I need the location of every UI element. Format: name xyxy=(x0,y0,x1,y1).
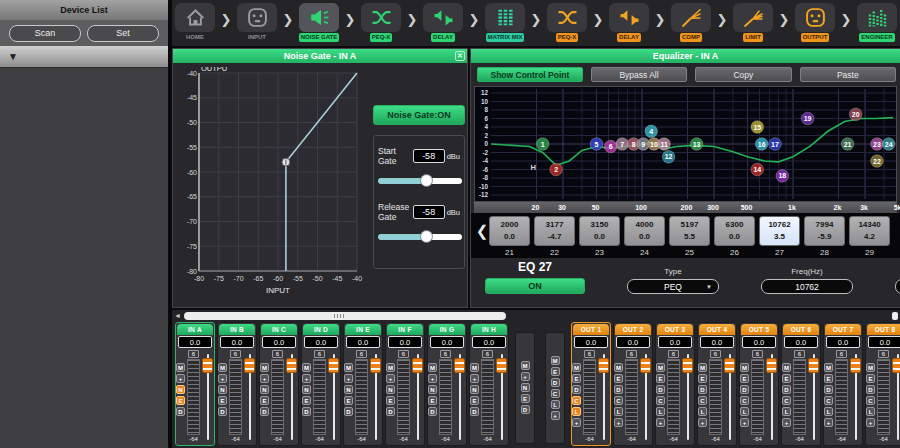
eq-band-23[interactable]: 31500.023 xyxy=(579,216,620,257)
channel-gain-value[interactable]: 0.0 xyxy=(700,336,734,348)
bypass-all-button[interactable]: Bypass All xyxy=(591,67,687,82)
channel-tab[interactable]: OUT 3 xyxy=(657,324,693,335)
eq-point-4[interactable]: 4 xyxy=(645,125,658,138)
process-button-C[interactable]: C xyxy=(551,389,560,398)
process-button-+[interactable]: + xyxy=(470,374,479,383)
fader-handle[interactable] xyxy=(370,358,381,373)
eq-freq-field[interactable]: 10762 xyxy=(761,279,853,294)
eq-point-7[interactable]: 7 xyxy=(616,138,629,151)
channel-gain-value[interactable]: 0.0 xyxy=(388,336,422,348)
process-button-E[interactable]: E xyxy=(551,367,560,376)
channel-gain-value[interactable]: 0.0 xyxy=(658,336,692,348)
channel-strip-in-h[interactable]: IN H0.0M+NED6-64 xyxy=(469,322,509,446)
channel-tab[interactable]: OUT 8 xyxy=(867,324,900,335)
eq-point-13[interactable]: 13 xyxy=(690,138,703,151)
eq-q-field[interactable]: 1.0 xyxy=(895,279,900,294)
band-cell[interactable]: 31500.0 xyxy=(579,216,620,246)
process-button-M[interactable]: M xyxy=(698,363,707,372)
eq-point-12[interactable]: 12 xyxy=(662,151,675,164)
toolbar-item-input[interactable]: INPUT xyxy=(236,3,278,42)
band-cell[interactable]: 51975.5 xyxy=(669,216,710,246)
process-button-M[interactable]: M xyxy=(386,363,395,372)
fader-handle[interactable] xyxy=(496,358,507,373)
process-button-D[interactable]: D xyxy=(782,385,791,394)
eq-point-11[interactable]: 11 xyxy=(658,138,671,151)
toolbar-item-delay[interactable]: DELAY xyxy=(422,3,464,42)
channel-gain-value[interactable]: 0.0 xyxy=(868,336,900,348)
process-button-E[interactable]: E xyxy=(470,396,479,405)
show-control-point-button[interactable]: Show Control Point xyxy=(477,67,583,82)
eq-band-28[interactable]: 7994-5.928 xyxy=(804,216,845,257)
fader-handle[interactable] xyxy=(766,358,777,373)
eq-point-18[interactable]: 18 xyxy=(776,170,789,183)
process-button-M[interactable]: M xyxy=(614,363,623,372)
process-button-+[interactable]: + xyxy=(428,374,437,383)
eq-point-2[interactable]: 2 xyxy=(550,163,563,176)
process-button-D[interactable]: D xyxy=(614,385,623,394)
eq-point-14[interactable]: 14 xyxy=(751,163,764,176)
channel-fader[interactable] xyxy=(286,350,298,446)
release-gate-slider-knob[interactable] xyxy=(420,230,433,243)
process-button-M[interactable]: M xyxy=(428,363,437,372)
fader-handle[interactable] xyxy=(328,358,339,373)
process-button-M[interactable]: M xyxy=(740,363,749,372)
channel-tab[interactable]: IN C xyxy=(261,324,297,335)
process-button-D[interactable]: D xyxy=(521,405,530,414)
band-cell[interactable]: 3177-4.7 xyxy=(534,216,575,246)
process-button-D[interactable]: D xyxy=(260,407,269,416)
channel-tab[interactable]: OUT 4 xyxy=(699,324,735,335)
process-button-L[interactable]: L xyxy=(866,407,875,416)
channel-strip-out-1[interactable]: OUT 10.0MEDCL+6-64 xyxy=(571,322,611,446)
paste-button[interactable]: Paste xyxy=(800,67,896,82)
process-button-N[interactable]: N xyxy=(428,385,437,394)
start-gate-value[interactable]: -58 xyxy=(413,149,445,163)
channel-gain-value[interactable]: 0.0 xyxy=(178,336,212,348)
process-button-E[interactable]: E xyxy=(344,396,353,405)
channel-gain-value[interactable]: 0.0 xyxy=(346,336,380,348)
channel-fader[interactable] xyxy=(370,350,382,446)
channel-tab[interactable]: OUT 7 xyxy=(825,324,861,335)
fader-handle[interactable] xyxy=(286,358,297,373)
process-button-M[interactable]: M xyxy=(470,363,479,372)
channel-fader[interactable] xyxy=(412,350,424,446)
process-button-C[interactable]: C xyxy=(656,396,665,405)
process-button-D[interactable]: D xyxy=(386,407,395,416)
band-scroll-left-icon[interactable]: ❮ xyxy=(475,216,489,246)
process-button-+[interactable]: + xyxy=(698,418,707,427)
process-button-+[interactable]: + xyxy=(344,374,353,383)
channel-fader[interactable] xyxy=(328,350,340,446)
eq-point-23[interactable]: 23 xyxy=(871,138,884,151)
channel-fader[interactable] xyxy=(724,350,736,446)
eq-point-21[interactable]: 21 xyxy=(841,138,854,151)
eq-band-21[interactable]: 20000.021 xyxy=(489,216,530,257)
toolbar-item-noise-gate[interactable]: NOISE GATE xyxy=(298,3,340,42)
channel-tab[interactable]: OUT 2 xyxy=(615,324,651,335)
fader-handle[interactable] xyxy=(850,358,861,373)
process-button-M[interactable]: M xyxy=(551,356,560,365)
eq-point-19[interactable]: 19 xyxy=(801,112,814,125)
eq-band-26[interactable]: 63000.026 xyxy=(714,216,755,257)
toolbar-item-output[interactable]: OUTPUT xyxy=(794,3,836,42)
process-button-M[interactable]: M xyxy=(656,363,665,372)
process-button-D[interactable]: D xyxy=(344,407,353,416)
eq-point-6[interactable]: 6 xyxy=(604,140,617,153)
eq-point-5[interactable]: 5 xyxy=(590,138,603,151)
channel-gain-value[interactable]: 0.0 xyxy=(616,336,650,348)
process-button-N[interactable]: N xyxy=(470,385,479,394)
process-button-D[interactable]: D xyxy=(218,407,227,416)
process-button-C[interactable]: C xyxy=(866,396,875,405)
scrollbar-left-arrow-icon[interactable]: ◄ xyxy=(174,311,181,321)
channel-strip-in-e[interactable]: IN E0.0M+NED6-64 xyxy=(343,322,383,446)
channel-tab[interactable]: IN F xyxy=(387,324,423,335)
channel-gain-value[interactable]: 0.0 xyxy=(784,336,818,348)
process-button-+[interactable]: + xyxy=(551,411,560,420)
band-cell[interactable]: 143404.2 xyxy=(849,216,890,246)
channel-fader[interactable] xyxy=(496,350,508,446)
process-button-C[interactable]: C xyxy=(740,396,749,405)
channel-fader[interactable] xyxy=(766,350,778,446)
channel-tab[interactable]: IN E xyxy=(345,324,381,335)
process-button-E[interactable]: E xyxy=(521,394,530,403)
noise-gate-on-button[interactable]: Noise Gate:ON xyxy=(373,105,465,125)
fader-handle[interactable] xyxy=(682,358,693,373)
process-button-N[interactable]: N xyxy=(344,385,353,394)
